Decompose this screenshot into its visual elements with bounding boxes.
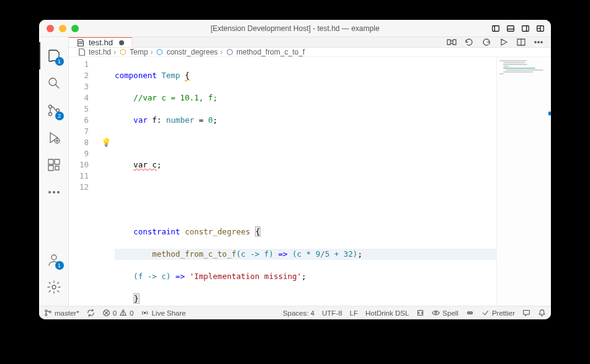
feedback-status[interactable] (522, 309, 530, 317)
line-number-gutter: 123456789101112 (69, 57, 100, 306)
svg-marker-31 (501, 39, 507, 45)
svg-line-10 (55, 85, 59, 89)
chevron-right-icon: › (150, 48, 153, 56)
svg-rect-16 (48, 159, 53, 164)
svg-point-49 (468, 313, 469, 313)
svg-point-23 (51, 255, 56, 260)
copilot-status[interactable] (466, 309, 474, 317)
bell-icon (538, 309, 546, 317)
warning-icon (119, 309, 127, 317)
chevron-right-icon: › (114, 48, 116, 56)
notifications-status[interactable] (538, 309, 546, 317)
svg-rect-2 (507, 25, 514, 31)
lang-status-icon[interactable] (416, 309, 424, 317)
close-window-button[interactable] (47, 25, 54, 32)
dirty-indicator-icon (119, 40, 124, 45)
breadcrumb-file[interactable]: test.hd (78, 48, 111, 56)
symbol-field-icon: ⬡ (155, 48, 164, 56)
svg-point-20 (48, 192, 50, 193)
maximize-window-button[interactable] (71, 25, 79, 32)
eol-status[interactable]: LF (350, 309, 358, 317)
check-icon (481, 309, 489, 317)
svg-point-36 (541, 42, 542, 43)
explorer-badge: 1 (55, 57, 64, 66)
svg-point-24 (52, 285, 56, 289)
spell-status[interactable]: Spell (432, 309, 458, 317)
search-tab[interactable] (39, 69, 69, 97)
tab-bar: test.hd (69, 37, 551, 48)
window-title: [Extension Development Host] - test.hd —… (210, 24, 379, 33)
titlebar: [Extension Development Host] - test.hd —… (39, 20, 551, 37)
run-debug-tab[interactable] (39, 124, 69, 151)
breadcrumb-class[interactable]: ⬡ Temp (118, 48, 148, 56)
error-icon (102, 309, 110, 317)
svg-rect-4 (522, 25, 529, 31)
svg-rect-19 (55, 166, 59, 170)
prettier-status[interactable]: Prettier (481, 309, 515, 317)
source-control-tab[interactable]: 2 (39, 97, 69, 124)
breadcrumbs: test.hd › ⬡ Temp › ⬡ constr_degrees › ⬡ … (69, 48, 551, 57)
activity-bar: 1 2 1 (39, 37, 69, 306)
svg-point-34 (535, 42, 536, 43)
split-editor-icon[interactable] (516, 37, 526, 47)
indentation-status[interactable]: Spaces: 4 (283, 309, 315, 317)
settings-button[interactable] (39, 273, 69, 301)
revert-icon[interactable] (464, 37, 474, 47)
panel-right-icon[interactable] (521, 24, 530, 33)
svg-point-38 (45, 314, 47, 316)
svg-point-21 (53, 192, 55, 193)
code-content[interactable]: component Temp { //var c = 10.1, f; var … (100, 57, 551, 306)
svg-point-44 (123, 314, 123, 315)
more-tab[interactable] (39, 179, 69, 206)
svg-point-50 (471, 313, 472, 313)
status-bar: master* 0 0 Live Share Spaces: 4 UTF-8 L… (39, 306, 551, 319)
svg-rect-17 (55, 159, 60, 164)
symbol-method-icon: ⬡ (225, 48, 234, 56)
chevron-right-icon: › (220, 48, 223, 56)
prev-change-icon[interactable] (481, 37, 491, 47)
symbol-class-icon: ⬡ (118, 48, 127, 56)
git-branch-status[interactable]: master* (44, 309, 79, 317)
sync-icon (87, 309, 95, 317)
scm-badge: 2 (55, 112, 64, 120)
svg-point-45 (145, 312, 146, 313)
feedback-icon (522, 309, 530, 317)
svg-rect-18 (48, 166, 53, 171)
minimap[interactable] (496, 57, 551, 306)
file-icon (76, 38, 85, 47)
svg-rect-27 (447, 40, 450, 45)
minimize-window-button[interactable] (59, 25, 66, 32)
explorer-tab[interactable]: 1 (39, 42, 69, 69)
panel-left-icon[interactable] (491, 24, 500, 33)
breadcrumb-symbol[interactable]: ⬡ constr_degrees (155, 48, 218, 56)
breadcrumb-method[interactable]: ⬡ method_from_c_to_f (225, 48, 305, 56)
accounts-badge: 1 (55, 261, 64, 270)
svg-rect-0 (493, 25, 499, 31)
tab-label: test.hd (89, 38, 113, 47)
panel-bottom-icon[interactable] (506, 24, 515, 33)
copilot-icon (466, 309, 474, 317)
extensions-tab[interactable] (39, 151, 69, 179)
language-mode-status[interactable]: HotDrink DSL (365, 309, 409, 317)
svg-rect-28 (453, 40, 456, 45)
svg-point-22 (57, 192, 59, 193)
tab-test-hd[interactable]: test.hd (69, 37, 132, 47)
problems-status[interactable]: 0 0 (102, 309, 134, 317)
diff-icon[interactable] (447, 37, 457, 47)
svg-point-35 (538, 42, 539, 43)
run-icon[interactable] (499, 37, 509, 47)
file-icon (78, 48, 86, 56)
svg-point-12 (48, 113, 51, 116)
live-share-status[interactable]: Live Share (141, 309, 185, 317)
broadcast-icon (141, 309, 149, 317)
svg-point-46 (435, 312, 437, 314)
accounts-button[interactable]: 1 (39, 246, 69, 273)
layout-icon[interactable] (536, 24, 545, 33)
encoding-status[interactable]: UTF-8 (322, 309, 342, 317)
git-branch-icon (44, 309, 52, 317)
code-editor[interactable]: 123456789101112 💡 component Temp { //var… (69, 57, 551, 306)
more-actions-icon[interactable] (534, 37, 543, 47)
sync-status[interactable] (87, 309, 95, 317)
eye-icon (432, 309, 440, 317)
svg-point-37 (45, 310, 47, 312)
